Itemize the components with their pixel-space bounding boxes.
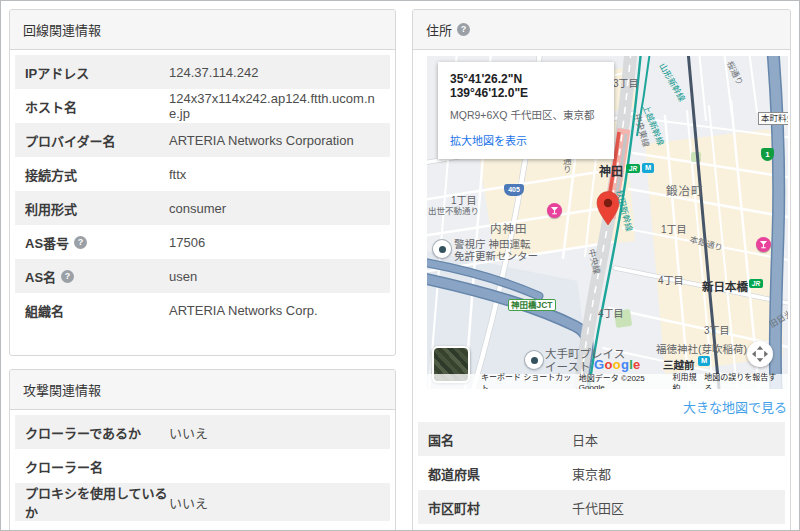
row-value: 東京都 <box>572 464 611 483</box>
police-label-line1: 警視庁 神田運転 <box>454 238 530 250</box>
attack-info-body: クローラーであるか いいえ クローラー名 プロキシを使用しているか いいえ <box>10 410 395 531</box>
row-value: ARTERIA Networks Corp. <box>169 303 318 318</box>
table-row: ホスト名 124x37x114x242.ap124.ftth.ucom.ne.j… <box>15 89 390 123</box>
help-icon[interactable] <box>457 23 470 36</box>
google-letter: G <box>594 357 604 372</box>
row-label: 市区町村 <box>428 498 572 517</box>
building-poi-icon[interactable] <box>527 353 541 367</box>
table-row: 組織名 ARTERIA Networks Corp. <box>15 293 390 327</box>
table-row: クローラー名 <box>15 449 390 483</box>
row-label: クローラー名 <box>25 457 169 476</box>
table-row: AS名 usen <box>15 259 390 293</box>
row-label: 国名 <box>428 430 572 449</box>
row-value: ARTERIA Networks Corporation <box>169 133 354 148</box>
row-value: いいえ <box>169 493 208 512</box>
report-error-link[interactable]: 地図の誤りを報告する <box>704 371 784 390</box>
police-poi-icon[interactable] <box>435 242 449 256</box>
address-card: 住所 <box>412 9 791 531</box>
tokyo-metro-logo-icon[interactable]: M <box>642 163 654 173</box>
google-letter: g <box>621 357 629 372</box>
address-header: 住所 <box>413 10 790 50</box>
route-shield-405: 405 <box>504 184 524 196</box>
help-icon[interactable] <box>61 270 74 283</box>
row-label: AS番号 <box>25 233 169 252</box>
row-label: プロキシを使用しているか <box>25 483 169 521</box>
map-label-shrine: 福徳神社(芽吹稲荷) <box>656 343 747 355</box>
table-row: 都道府県 東京都 <box>418 456 785 490</box>
map-pan-control[interactable] <box>747 341 773 367</box>
attack-info-header: 攻撃関連情報 <box>10 370 395 410</box>
google-letter: o <box>604 357 612 372</box>
row-value: fttx <box>169 167 186 182</box>
coordinates-text: 35°41'26.2"N 139°46'12.0"E <box>450 72 602 100</box>
help-icon[interactable] <box>74 236 87 249</box>
map-label-district: 鍛冶町 <box>666 182 704 198</box>
row-label-text: AS名 <box>25 267 56 286</box>
police-label-line2: 免許更新センター <box>454 250 538 262</box>
row-value: 17506 <box>169 235 205 250</box>
terms-link[interactable]: 利用規約 <box>672 371 704 390</box>
line-info-body: IPアドレス 124.37.114.242 ホスト名 124x37x114x24… <box>10 50 395 355</box>
map-label-district: 1丁目 <box>451 195 477 206</box>
map-label-district: 4丁目 <box>598 308 624 319</box>
tokyo-metro-logo-icon[interactable]: M <box>698 356 710 366</box>
row-value: 日本 <box>572 430 598 449</box>
map-label-district: 1丁目 <box>661 224 687 235</box>
map-label-jct: 神田橋JCT <box>508 299 556 311</box>
table-row: クローラーであるか いいえ <box>15 415 390 449</box>
row-value: いいえ <box>169 423 208 442</box>
row-label: IPアドレス <box>25 63 169 82</box>
google-letter: e <box>633 357 641 372</box>
row-label: ホスト名 <box>25 97 169 116</box>
table-row: プロキシを使用しているか いいえ <box>15 483 390 521</box>
keyboard-shortcuts-button[interactable]: キーボード ショートカット <box>481 371 579 390</box>
line-info-title: 回線関連情報 <box>23 20 101 39</box>
row-label: クローラーであるか <box>25 423 169 442</box>
jr-logo-icon[interactable]: JR <box>749 279 763 288</box>
line-info-header: 回線関連情報 <box>10 10 395 50</box>
station-label-kanda[interactable]: 神田 <box>599 162 623 179</box>
jr-logo-icon[interactable]: JR <box>626 164 640 173</box>
google-logo[interactable]: Google <box>594 357 641 372</box>
row-label: 利用形式 <box>25 199 169 218</box>
row-label: プロバイダー名 <box>25 131 169 150</box>
map-wrapper: 35°41'26.2"N 139°46'12.0"E MQR9+6XQ 千代田区… <box>413 50 790 389</box>
table-row: 利用形式 consumer <box>15 191 390 225</box>
row-value: 124x37x114x242.ap124.ftth.ucom.ne.jp <box>169 91 380 121</box>
map-label-district: 内神田 <box>490 220 528 236</box>
map-data-text: 地図データ ©2025 Google <box>579 372 673 390</box>
station-label-shin-nihombashi[interactable]: 新日本橋 <box>702 278 748 294</box>
row-label: 接続方式 <box>25 165 169 184</box>
row-label-text: AS番号 <box>25 233 69 252</box>
google-map-embed[interactable]: 35°41'26.2"N 139°46'12.0"E MQR9+6XQ 千代田区… <box>427 56 788 389</box>
map-label-street: 出世不動通り <box>428 207 479 216</box>
right-column: 住所 <box>412 9 791 522</box>
table-row: IPアドレス 124.37.114.242 <box>15 55 390 89</box>
row-label: 組織名 <box>25 301 169 320</box>
bar-poi-icon[interactable] <box>547 203 562 218</box>
map-attribution-bar: キーボード ショートカット 地図データ ©2025 Google 利用規約 地図… <box>427 374 788 389</box>
table-row: 市区町村 千代田区 <box>418 490 785 524</box>
line-info-card: 回線関連情報 IPアドレス 124.37.114.242 ホスト名 124x37… <box>9 9 396 356</box>
table-row: 接続方式 fttx <box>15 157 390 191</box>
row-value: 124.37.114.242 <box>169 65 258 80</box>
row-label: 都道府県 <box>428 464 572 483</box>
map-label-poi: 警視庁 神田運転免許更新センター <box>454 238 538 262</box>
table-row: 国名 日本 <box>418 422 785 456</box>
left-column: 回線関連情報 IPアドレス 124.37.114.242 ホスト名 124x37… <box>9 9 396 522</box>
expand-map-link[interactable]: 拡大地図を表示 <box>450 132 602 148</box>
row-label: AS名 <box>25 267 169 286</box>
map-label-district: 3丁目 <box>613 78 639 89</box>
table-row: AS番号 17506 <box>15 225 390 259</box>
attack-info-card: 攻撃関連情報 クローラーであるか いいえ クローラー名 プロキシを使用しているか… <box>9 369 396 531</box>
address-table: 国名 日本 都道府県 東京都 市区町村 千代田区 <box>413 422 790 531</box>
attack-info-title: 攻撃関連情報 <box>23 380 101 399</box>
table-row: プロバイダー名 ARTERIA Networks Corporation <box>15 123 390 157</box>
view-larger-map-link[interactable]: 大きな地図で見る <box>413 389 790 422</box>
map-label-district: 3丁目 <box>704 325 730 336</box>
map-label-district: 4丁目 <box>658 275 684 286</box>
bar-poi-icon[interactable] <box>756 237 771 252</box>
map-info-card: 35°41'26.2"N 139°46'12.0"E MQR9+6XQ 千代田区… <box>438 62 614 159</box>
map-label-tollgate: 本町料金所 <box>758 112 788 125</box>
google-letter: o <box>613 357 621 372</box>
